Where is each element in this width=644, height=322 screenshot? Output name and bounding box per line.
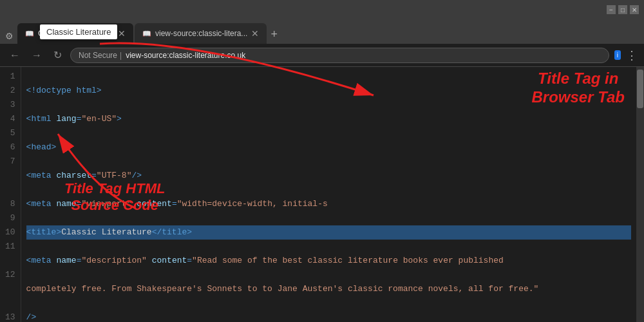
maximize-button[interactable]: □ bbox=[618, 5, 627, 14]
title-bar: − □ ✕ bbox=[0, 0, 644, 19]
forward-button[interactable]: → bbox=[28, 48, 45, 62]
tab-close-1[interactable]: ✕ bbox=[118, 29, 126, 38]
tab-view-source[interactable]: 📖 view-source:classic-litera... ✕ bbox=[135, 23, 267, 44]
browser-menu-button[interactable]: ⋮ bbox=[626, 48, 638, 62]
source-line-1: <!doctype html> bbox=[26, 84, 631, 98]
source-line-7b: completely free. From Shakespeare's Sonn… bbox=[26, 282, 631, 296]
tab-tooltip: Classic Literature bbox=[40, 24, 117, 39]
tab-favicon-2: 📖 bbox=[142, 30, 151, 38]
separator: | bbox=[120, 51, 122, 60]
not-secure-label: Not Secure bbox=[79, 51, 117, 60]
back-button[interactable]: ← bbox=[6, 48, 23, 62]
reload-button[interactable]: ↻ bbox=[50, 48, 65, 62]
source-line-7c: /> bbox=[26, 310, 631, 322]
source-line-2: <html lang="en-US"> bbox=[26, 112, 631, 126]
address-bar: ← → ↻ Not Secure | view-source:classic-l… bbox=[0, 44, 644, 67]
tab-favicon-1: 📖 bbox=[25, 30, 34, 38]
tab-label-2: view-source:classic-litera... bbox=[155, 29, 247, 38]
new-tab-button[interactable]: + bbox=[270, 28, 278, 44]
scrollbar[interactable] bbox=[636, 67, 644, 322]
source-area: 1 2 3 4 5 6 7 8 9 10 11 12 13 14 15 <!do… bbox=[0, 67, 644, 322]
scrollbar-thumb[interactable] bbox=[637, 70, 643, 108]
source-line-7a: <meta name="description" content="Read s… bbox=[26, 254, 631, 268]
source-code: <!doctype html> <html lang="en-US"> <hea… bbox=[21, 67, 636, 322]
minimize-button[interactable]: − bbox=[607, 5, 616, 14]
extension-icon[interactable]: i bbox=[614, 50, 621, 60]
close-button[interactable]: ✕ bbox=[630, 5, 639, 14]
window-controls: − □ ✕ bbox=[607, 5, 639, 14]
browser-menu-icon[interactable]: ⚙ bbox=[5, 31, 14, 41]
tab-close-2[interactable]: ✕ bbox=[251, 29, 259, 38]
line-numbers: 1 2 3 4 5 6 7 8 9 10 11 12 13 14 15 bbox=[0, 67, 21, 322]
address-input[interactable]: Not Secure | view-source:classic-literat… bbox=[70, 48, 609, 63]
source-line-6: <title>Classic Literature</title> bbox=[26, 225, 631, 240]
source-line-4: <meta charset="UTF-8"/> bbox=[26, 169, 631, 183]
source-line-5: <meta name="viewport" content="width=dev… bbox=[26, 197, 631, 211]
source-line-3: <head> bbox=[26, 140, 631, 155]
url-display: view-source:classic-literature.co.uk bbox=[126, 51, 245, 60]
